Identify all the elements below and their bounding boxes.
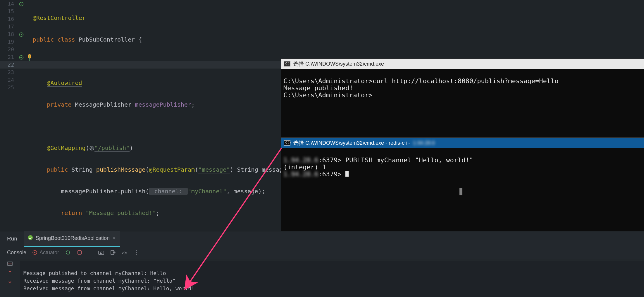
- run-toolbar: Console Actuator ⋮: [0, 246, 644, 259]
- line-number[interactable]: 15: [0, 8, 16, 15]
- code-editor[interactable]: 14 15 16 17 18 19 20 21 22 23 24 25 @Res…: [0, 0, 281, 231]
- spring-icon: [28, 235, 33, 242]
- code-line[interactable]: [33, 122, 281, 130]
- code-line[interactable]: public String publishMessage(@RequestPar…: [33, 166, 281, 173]
- close-icon[interactable]: ×: [112, 235, 116, 242]
- code-line[interactable]: [33, 57, 281, 65]
- svg-point-2: [21, 34, 22, 35]
- code-line[interactable]: return "Message published!";: [33, 209, 281, 217]
- scroll-down-icon[interactable]: [7, 278, 13, 284]
- line-number[interactable]: 23: [0, 69, 16, 76]
- param-hint: channel:: [149, 188, 187, 195]
- bean-marker-icon[interactable]: [16, 30, 26, 38]
- code-line[interactable]: @RestController: [33, 14, 281, 22]
- exit-icon[interactable]: [110, 250, 116, 255]
- cmd-icon: c:\: [284, 61, 290, 66]
- more-icon[interactable]: ⋮: [133, 249, 140, 256]
- cmd-line: Message published!: [283, 85, 641, 92]
- profiler-icon[interactable]: [122, 250, 128, 255]
- cmd-body[interactable]: C:\Users\Administrator>curl http://local…: [281, 69, 644, 115]
- line-number[interactable]: 16: [0, 15, 16, 23]
- cmd-line: 1.94.28.6:6379>: [283, 171, 641, 178]
- cmd-line: 1.94.28.6:6379> PUBLISH myChannel "Hello…: [283, 157, 641, 164]
- code-line[interactable]: private MessagePublisher messagePublishe…: [33, 101, 281, 108]
- scroll-up-icon[interactable]: [7, 269, 13, 275]
- blurred-host: 1.94.28.6: [283, 171, 318, 178]
- line-number[interactable]: 17: [0, 23, 16, 30]
- cursor-icon: [345, 171, 349, 177]
- blurred-host: 1.94.28.6: [283, 157, 318, 164]
- run-title: Run: [7, 235, 17, 242]
- cmd-titlebar[interactable]: c:\ 选择 C:\WINDOWS\system32\cmd.exe: [281, 59, 644, 69]
- line-number[interactable]: 20: [0, 46, 16, 53]
- layout-icon[interactable]: [7, 261, 13, 267]
- camera-icon[interactable]: [98, 250, 104, 255]
- svg-point-8: [34, 252, 35, 253]
- actuator-tab[interactable]: Actuator: [32, 250, 59, 256]
- line-number[interactable]: 18: [0, 30, 16, 38]
- console-tab[interactable]: Console: [7, 250, 26, 256]
- gutter-markers[interactable]: [16, 0, 26, 231]
- rerun-icon[interactable]: [65, 250, 71, 255]
- cmd-body[interactable]: 1.94.28.6:6379> PUBLISH myChannel "Hello…: [281, 148, 644, 194]
- svg-rect-9: [78, 251, 81, 254]
- intention-bulb-icon[interactable]: [27, 54, 32, 61]
- svg-rect-10: [99, 251, 104, 255]
- console-gutter: [0, 259, 20, 297]
- line-number-gutter[interactable]: 14 15 16 17 18 19 20 21 22 23 24 25: [0, 0, 16, 231]
- console-output[interactable]: Message published to channel myChannel: …: [20, 261, 644, 297]
- endpoint-marker-icon[interactable]: [16, 53, 26, 61]
- cmd-titlebar[interactable]: c:\ 选择 C:\WINDOWS\system32\cmd.exe - red…: [281, 138, 644, 148]
- selection-block: [459, 188, 462, 195]
- cmd-title: 选择 C:\WINDOWS\system32\cmd.exe: [293, 60, 384, 67]
- line-number[interactable]: 24: [0, 76, 16, 84]
- change-marker: [29, 55, 30, 61]
- cmd-line: C:\Users\Administrator>curl http://local…: [283, 78, 641, 85]
- code-line[interactable]: public class PubSubController {: [33, 36, 281, 43]
- line-number[interactable]: 25: [0, 84, 16, 91]
- stop-icon[interactable]: [77, 250, 82, 255]
- blurred-text: 1.94.28.6: [413, 140, 435, 146]
- class-marker-icon[interactable]: [16, 0, 26, 8]
- run-config-name: SpringBoot310RedisApplication: [36, 235, 110, 241]
- cmd-window[interactable]: c:\ 选择 C:\WINDOWS\system32\cmd.exe C:\Us…: [281, 59, 644, 138]
- svg-point-11: [100, 252, 102, 254]
- svg-point-6: [28, 235, 33, 240]
- log-line: Received message from channel myChannel:…: [23, 285, 640, 292]
- actuator-icon: [32, 250, 37, 255]
- cmd-line: (integer) 1: [283, 164, 641, 171]
- log-line: Received message from channel myChannel:…: [23, 277, 640, 285]
- code-line[interactable]: messagePublisher.publish( channel: "myCh…: [33, 187, 281, 195]
- run-header: Run SpringBoot310RedisApplication ×: [0, 231, 644, 246]
- line-number-current[interactable]: 22: [0, 61, 16, 69]
- cmd-window-redis[interactable]: c:\ 选择 C:\WINDOWS\system32\cmd.exe - red…: [281, 138, 644, 231]
- code-area[interactable]: @RestController public class PubSubContr…: [33, 0, 281, 231]
- cmd-icon: c:\: [284, 140, 290, 146]
- line-number[interactable]: 14: [0, 0, 16, 8]
- run-config-tab[interactable]: SpringBoot310RedisApplication ×: [24, 231, 120, 247]
- globe-icon: [89, 145, 94, 150]
- code-line[interactable]: @GetMapping("/publish"): [33, 144, 281, 152]
- line-number[interactable]: 19: [0, 38, 16, 46]
- cmd-line: C:\Users\Administrator>: [283, 92, 641, 99]
- log-line: Message published to channel myChannel: …: [23, 269, 640, 277]
- cmd-title: 选择 C:\WINDOWS\system32\cmd.exe - redis-c…: [293, 139, 410, 146]
- line-number[interactable]: 21: [0, 53, 16, 61]
- code-line[interactable]: @Autowired: [33, 79, 281, 87]
- run-tool-window[interactable]: Run SpringBoot310RedisApplication × Cons…: [0, 231, 644, 297]
